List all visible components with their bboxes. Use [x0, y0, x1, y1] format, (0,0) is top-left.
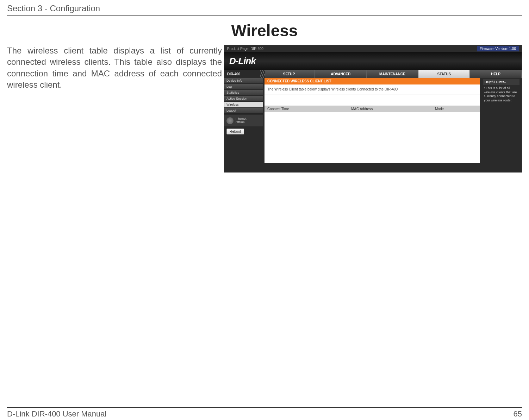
- logo-bar: D-Link: [224, 52, 522, 70]
- col-connect-time: Connect Time: [267, 107, 351, 111]
- firmware-label: Firmware Version: 1.00: [477, 46, 519, 51]
- section-header: Section 3 - Configuration: [7, 4, 522, 16]
- hints-column: Helpful Hints.. • This is a list of all …: [481, 78, 522, 163]
- internet-status-line2: Offline: [236, 121, 247, 124]
- sidebar-item-wireless[interactable]: Wireless: [224, 102, 263, 108]
- reboot-button[interactable]: Reboot: [226, 128, 244, 134]
- main-area: Device Info Log Statistics Active Sessio…: [224, 78, 522, 166]
- top-bar: Product Page: DIR 400 Firmware Version: …: [224, 45, 522, 52]
- model-label: DIR-400: [224, 70, 263, 78]
- tab-status[interactable]: STATUS: [418, 70, 470, 78]
- footer-left: D-Link DIR-400 User Manual: [7, 409, 106, 419]
- hints-title: Helpful Hints..: [483, 79, 519, 85]
- internet-status: Internet Offline: [224, 115, 263, 126]
- col-mac-address: MAC Address: [351, 107, 435, 111]
- footer-right: 65: [514, 409, 522, 419]
- sidebar: Device Info Log Statistics Active Sessio…: [224, 78, 263, 163]
- sidebar-item-log[interactable]: Log: [224, 84, 263, 90]
- nav-row: DIR-400 SETUP ADVANCED MAINTENANCE STATU…: [224, 70, 522, 78]
- tab-advanced[interactable]: ADVANCED: [315, 70, 367, 78]
- tab-help[interactable]: HELP: [470, 70, 522, 78]
- panel-description: The Wireless Client table below displays…: [264, 84, 480, 94]
- brand-logo: D-Link: [229, 56, 256, 67]
- panel-header: CONNECTED WIRELESS CLIENT LIST: [264, 78, 480, 84]
- sidebar-item-logout[interactable]: Logout: [224, 108, 263, 114]
- page-footer: D-Link DIR-400 User Manual 65: [7, 407, 522, 419]
- col-mode: Mode: [435, 107, 477, 111]
- tab-maintenance[interactable]: MAINTENANCE: [367, 70, 418, 78]
- sidebar-item-active-session[interactable]: Active Session: [224, 96, 263, 102]
- body-text: The wireless client table displays a lis…: [7, 45, 222, 173]
- center-panel: CONNECTED WIRELESS CLIENT LIST The Wirel…: [264, 78, 480, 163]
- sidebar-item-device-info[interactable]: Device Info: [224, 78, 263, 84]
- product-page-label: Product Page: DIR 400: [227, 47, 263, 51]
- hints-body: • This is a list of all wireless clients…: [483, 86, 519, 103]
- table-header: Connect Time MAC Address Mode: [264, 106, 480, 112]
- tab-setup[interactable]: SETUP: [263, 70, 315, 78]
- page-title: Wireless: [7, 21, 522, 40]
- tabs: SETUP ADVANCED MAINTENANCE STATUS HELP: [263, 70, 522, 78]
- bottom-bar: [224, 166, 522, 172]
- sidebar-item-statistics[interactable]: Statistics: [224, 90, 263, 96]
- globe-icon: [226, 117, 234, 124]
- content-row: The wireless client table displays a lis…: [7, 45, 522, 173]
- router-screenshot: Product Page: DIR 400 Firmware Version: …: [224, 45, 522, 173]
